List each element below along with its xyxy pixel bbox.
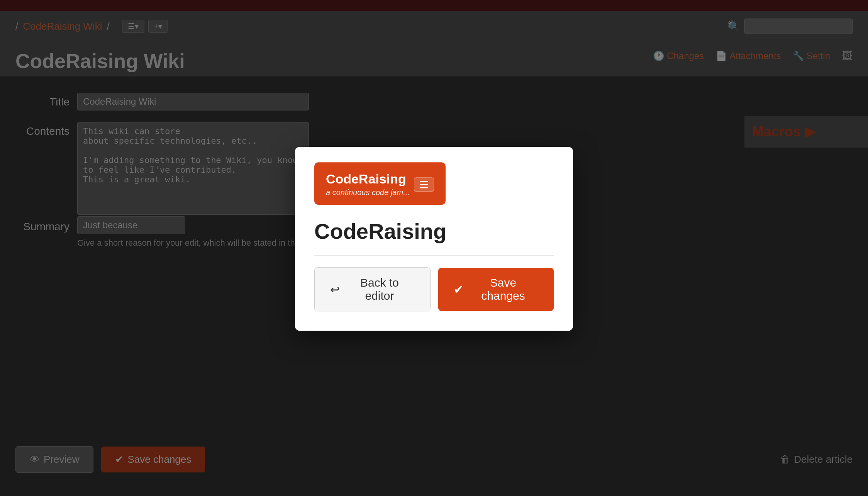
modal-save-button[interactable]: ✔ Save changes [438,268,554,311]
back-icon: ↩ [330,283,340,296]
cr-card-text: CodeRaising a continuous code jam... [326,172,410,197]
modal-body: CodeRaising a continuous code jam... Cod… [295,147,573,331]
modal-actions: ↩ Back to editor ✔ Save changes [314,267,554,311]
cr-header-card: CodeRaising a continuous code jam... [314,162,446,205]
back-to-editor-button[interactable]: ↩ Back to editor [314,267,431,311]
modal-save-icon: ✔ [454,283,463,296]
modal-title: CodeRaising [314,219,554,256]
cr-tagline: a continuous code jam... [326,188,410,197]
cr-menu-button[interactable] [414,177,434,192]
hamburger-line-1 [420,181,428,182]
hamburger-line-3 [420,187,428,188]
cr-logo-text: CodeRaising [326,172,410,187]
hamburger-line-2 [420,184,428,185]
modal-save-label: Save changes [468,276,538,302]
back-label: Back to editor [344,276,415,302]
preview-modal: CodeRaising a continuous code jam... Cod… [295,147,573,331]
